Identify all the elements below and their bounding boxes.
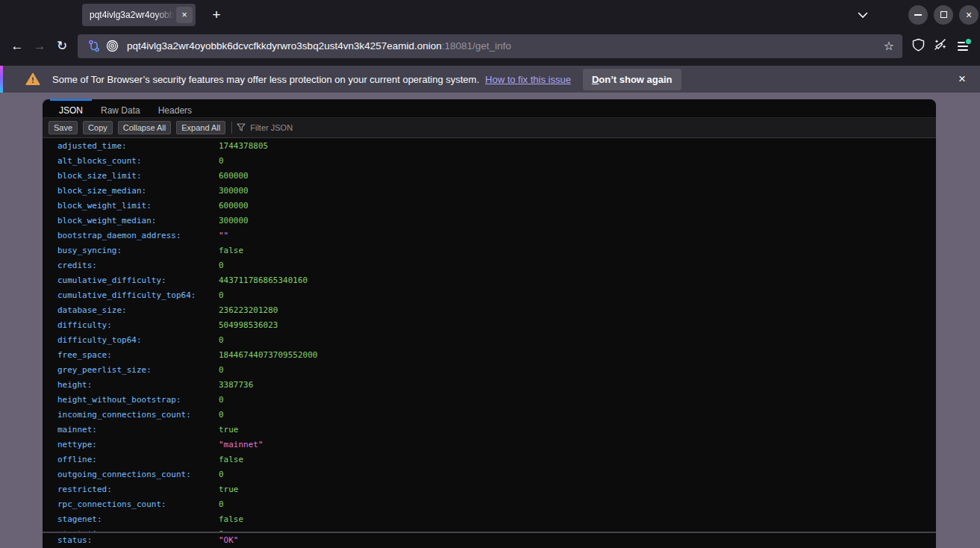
warning-triangle-icon: [25, 72, 40, 86]
json-row[interactable]: nettype"mainnet": [43, 438, 936, 452]
json-key: busy_syncing: [57, 243, 219, 258]
security-warning-infobar: Some of Tor Browser’s security features …: [0, 66, 980, 93]
filter-funnel-icon: [237, 121, 246, 134]
dont-show-again-button[interactable]: Don’t show again: [583, 69, 681, 90]
json-key: stagenet: [57, 512, 219, 527]
tab-json[interactable]: JSON: [50, 99, 92, 117]
json-key: rpc_connections_count: [57, 497, 219, 512]
infobar-fix-link[interactable]: How to fix this issue: [485, 74, 571, 85]
json-value: 300000: [219, 214, 249, 228]
infobar-accent-stripe: [0, 66, 3, 93]
tab-close-icon[interactable]: ×: [176, 7, 193, 23]
bookmark-button[interactable]: ☆: [880, 37, 898, 55]
json-key: status: [57, 533, 219, 548]
shield-icon: [912, 38, 925, 55]
json-value: 0: [219, 497, 224, 512]
window-minimize-button[interactable]: [908, 5, 928, 25]
json-key: database_size: [57, 303, 219, 318]
json-key: height_without_bootstrap: [57, 393, 219, 408]
json-row[interactable]: height3387736: [43, 378, 936, 393]
json-row[interactable]: adjusted_time1744378805: [43, 139, 936, 154]
json-row[interactable]: credits0: [43, 258, 936, 273]
tor-circuit-icon[interactable]: [85, 37, 103, 55]
json-key: cumulative_difficulty_top64: [57, 288, 219, 303]
json-value: 0: [219, 408, 224, 423]
json-row[interactable]: rpc_connections_count0: [43, 497, 936, 512]
filter-json-input[interactable]: [250, 123, 399, 132]
json-value: false: [219, 243, 243, 258]
json-value: 600000: [219, 169, 249, 184]
json-row[interactable]: restrictedtrue: [43, 482, 936, 497]
json-row[interactable]: cumulative_difficulty_top640: [43, 288, 936, 303]
json-viewer-page: JSON Raw Data Headers Save Copy Collapse…: [43, 99, 936, 548]
security-level-button[interactable]: [907, 35, 929, 57]
partially-visible-row[interactable]: status"OK": [43, 533, 936, 548]
broom-icon: [934, 38, 947, 55]
app-menu-button[interactable]: [952, 35, 974, 57]
json-row[interactable]: block_size_median300000: [43, 184, 936, 199]
json-row[interactable]: difficulty504998536023: [43, 318, 936, 333]
json-value: "": [219, 228, 228, 243]
json-row[interactable]: block_weight_limit600000: [43, 199, 936, 214]
json-row[interactable]: outgoing_connections_count0: [43, 467, 936, 482]
url-host: pqt4ivlg3a2wr4oyobbk6dcvcfkkdyrwro3sbq2u…: [127, 40, 442, 52]
forward-icon: →: [34, 39, 46, 54]
url-text[interactable]: pqt4ivlg3a2wr4oyobbk6dcvcfkkdyrwro3sbq2u…: [127, 40, 511, 52]
infobar-close-button[interactable]: ×: [953, 70, 971, 88]
window-close-button[interactable]: ×: [959, 5, 979, 25]
json-row[interactable]: offlinefalse: [43, 452, 936, 467]
json-rows: adjusted_time1744378805alt_blocks_count0…: [43, 138, 936, 532]
json-row[interactable]: height_without_bootstrap0: [43, 393, 936, 408]
tab-headers[interactable]: Headers: [149, 99, 201, 117]
onion-site-icon[interactable]: [103, 37, 121, 55]
json-row[interactable]: grey_peerlist_size0: [43, 363, 936, 378]
chevron-down-icon: [858, 8, 868, 22]
json-row[interactable]: alt_blocks_count0: [43, 154, 936, 169]
browser-window: pqt4ivlg3a2wr4oyobbk6d × + × ← → ↻: [0, 0, 980, 548]
expand-all-button[interactable]: Expand All: [176, 121, 225, 134]
json-value: 0: [219, 393, 224, 408]
new-identity-button[interactable]: [929, 35, 952, 57]
json-key: block_size_limit: [57, 169, 219, 184]
dont-show-again-label: Don’t show again: [592, 74, 672, 85]
json-key: adjusted_time: [57, 139, 219, 154]
json-row[interactable]: free_space18446744073709552000: [43, 348, 936, 363]
json-row[interactable]: database_size236223201280: [43, 303, 936, 318]
json-row[interactable]: incoming_connections_count0: [43, 408, 936, 423]
json-row[interactable]: status"OK": [43, 533, 936, 548]
json-row[interactable]: cumulative_difficulty443711786865340160: [43, 273, 936, 288]
json-row[interactable]: mainnettrue: [43, 423, 936, 438]
url-port-path: :18081/get_info: [442, 40, 511, 52]
copy-button[interactable]: Copy: [83, 121, 113, 134]
url-bar[interactable]: pqt4ivlg3a2wr4oyobbk6dcvcfkkdyrwro3sbq2u…: [78, 34, 902, 58]
navigation-toolbar: ← → ↻: [0, 29, 980, 63]
json-key: difficulty_top64: [57, 333, 219, 348]
reload-button[interactable]: ↻: [51, 35, 73, 57]
json-key: block_size_median: [57, 184, 219, 199]
json-key: cumulative_difficulty: [57, 273, 219, 288]
close-icon: ×: [958, 72, 966, 87]
json-row[interactable]: bootstrap_daemon_address"": [43, 228, 936, 243]
back-button[interactable]: ←: [6, 35, 28, 57]
save-button[interactable]: Save: [49, 121, 78, 134]
json-value: true: [219, 482, 239, 497]
json-row[interactable]: block_weight_median300000: [43, 214, 936, 228]
json-viewer-tabs: JSON Raw Data Headers: [43, 99, 936, 118]
json-row[interactable]: block_size_limit600000: [43, 169, 936, 184]
browser-tab[interactable]: pqt4ivlg3a2wr4oyobbk6d ×: [82, 4, 196, 26]
json-row[interactable]: busy_syncingfalse: [43, 243, 936, 258]
json-value: false: [219, 452, 243, 467]
json-row[interactable]: difficulty_top640: [43, 333, 936, 348]
forward-button[interactable]: →: [28, 35, 51, 57]
json-row[interactable]: stagenetfalse: [43, 512, 936, 527]
collapse-all-button[interactable]: Collapse All: [118, 121, 171, 134]
window-maximize-button[interactable]: [934, 5, 953, 25]
json-key: offline: [57, 452, 219, 467]
json-value: true: [219, 423, 239, 438]
new-tab-button[interactable]: +: [206, 4, 227, 25]
star-icon: ☆: [884, 39, 894, 53]
json-value: 236223201280: [219, 303, 278, 318]
tab-raw-data[interactable]: Raw Data: [92, 99, 149, 117]
list-tabs-button[interactable]: [852, 4, 874, 25]
json-key: mainnet: [57, 423, 219, 438]
